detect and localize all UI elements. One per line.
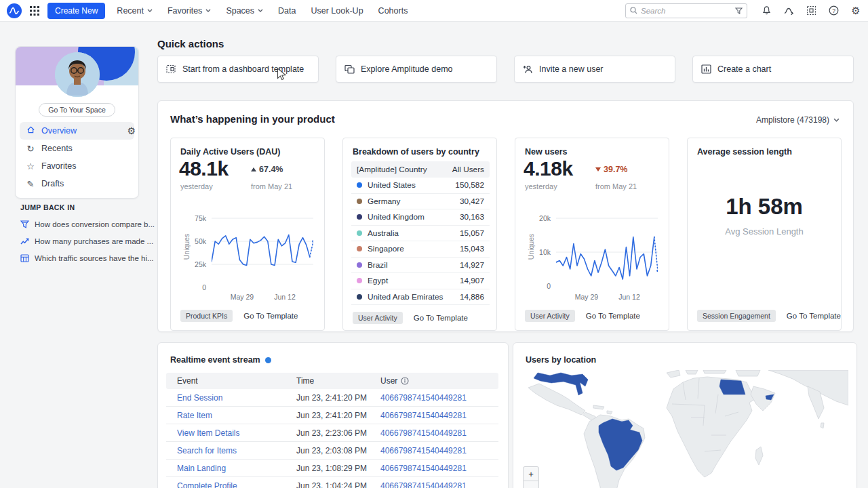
jump-item-traffic-sources[interactable]: Which traffic sources have the hi... xyxy=(20,254,146,262)
dau-category-badge: Product KPIs xyxy=(180,310,233,322)
user-avatar[interactable] xyxy=(55,52,100,97)
sidebar-item-label: Recents xyxy=(41,144,73,153)
country-row[interactable]: United States150,582 xyxy=(351,178,490,194)
new-users-line-chart xyxy=(556,216,658,291)
nav-user-look-up[interactable]: User Look-Up xyxy=(307,6,366,16)
event-time: Jun 23, 1:08:29 PM xyxy=(296,464,380,473)
dau-chart: Uniques 75k 50k 25k 0 May 29 Jun 12 xyxy=(179,207,317,304)
home-icon xyxy=(25,125,36,136)
country-row[interactable]: United Kingdom30,163 xyxy=(351,209,490,226)
world-map[interactable] xyxy=(523,370,848,488)
amplitude-logo-icon[interactable] xyxy=(7,3,22,18)
map-egypt-highlight xyxy=(719,380,745,394)
country-name: Germany xyxy=(368,197,401,206)
map-sri-lanka xyxy=(821,423,824,428)
dau-change-from: from May 21 xyxy=(251,182,292,190)
jump-item-label: How does conversion compare b... xyxy=(35,220,155,228)
map-zoom-in-button[interactable]: + xyxy=(523,466,539,481)
search-box[interactable] xyxy=(625,3,747,18)
series-color-dot xyxy=(357,182,362,188)
new-users-change-value: 39.7% xyxy=(604,165,627,174)
country-row[interactable]: Germany30,427 xyxy=(351,194,490,210)
go-to-your-space-button[interactable]: Go To Your Space xyxy=(39,103,115,117)
event-name-link[interactable]: View Item Details xyxy=(177,428,296,438)
nav-favorites[interactable]: Favorites xyxy=(164,6,214,16)
whats-happening-panel: What’s happening in your product Amplist… xyxy=(157,100,854,332)
session-category-badge: Session Engagement xyxy=(697,310,776,322)
event-name-link[interactable]: Complete Profile xyxy=(177,481,296,488)
sidebar-item-label: Drafts xyxy=(41,179,64,188)
event-user-link[interactable]: 4066798741540449281 xyxy=(380,411,498,420)
quick-action-explore-demo[interactable]: Explore Amplitude demo xyxy=(336,56,497,83)
nav-data-label: Data xyxy=(278,6,296,16)
whats-happening-title: What’s happening in your product xyxy=(170,113,335,125)
event-name-link[interactable]: End Session xyxy=(177,393,296,403)
country-row[interactable]: Singapore15,043 xyxy=(351,241,490,258)
event-user-link[interactable]: 4066798741540449281 xyxy=(380,428,498,438)
overview-settings-gear-icon[interactable]: ⚙ xyxy=(127,125,136,136)
series-color-dot xyxy=(357,199,362,204)
quick-action-dashboard-template[interactable]: Start from a dashboard template xyxy=(157,56,319,83)
quick-action-label: Start from a dashboard template xyxy=(182,64,304,74)
realtime-event-stream-title: Realtime event stream xyxy=(170,355,260,365)
new-users-go-to-template-link[interactable]: Go To Template xyxy=(586,312,640,320)
country-name: Brazil xyxy=(368,260,388,270)
filter-funnel-icon[interactable] xyxy=(735,7,743,14)
country-name: United Kingdom xyxy=(368,212,425,222)
series-color-dot xyxy=(357,262,362,268)
app-grid-icon[interactable] xyxy=(30,6,39,16)
create-new-button[interactable]: Create New xyxy=(47,3,105,19)
jump-item-purchases[interactable]: How many purchases are made ... xyxy=(20,237,146,245)
country-row[interactable]: United Arab Emirates14,886 xyxy=(351,289,490,306)
sidebar-item-drafts[interactable]: ✎ Drafts xyxy=(20,175,134,192)
settings-gear-icon[interactable]: ⚙ xyxy=(850,5,861,16)
jump-item-conversion[interactable]: How does conversion compare b... xyxy=(20,220,146,228)
nav-recent-label: Recent xyxy=(117,6,144,16)
sidebar-item-overview[interactable]: Overview xyxy=(20,122,134,140)
quick-action-invite-user[interactable]: Invite a new user xyxy=(514,56,675,83)
project-selector[interactable]: Amplistore (473198) xyxy=(756,115,840,125)
country-value: 14,907 xyxy=(460,276,484,285)
country-row[interactable]: Australia15,057 xyxy=(351,226,490,242)
event-time: Jun 23, 2:23:06 PM xyxy=(296,428,380,438)
event-name-link[interactable]: Rate Item xyxy=(177,411,296,420)
templates-icon[interactable] xyxy=(806,5,816,16)
session-go-to-template-link[interactable]: Go To Template xyxy=(787,312,841,320)
event-name-link[interactable]: Search for Items xyxy=(177,446,296,455)
series-color-dot xyxy=(357,294,362,300)
event-time: Jun 23, 2:03:08 PM xyxy=(296,446,380,455)
nav-spaces[interactable]: Spaces xyxy=(222,6,267,16)
nav-recent[interactable]: Recent xyxy=(113,6,156,16)
event-user-link[interactable]: 4066798741540449281 xyxy=(380,481,498,488)
countries-go-to-template-link[interactable]: Go To Template xyxy=(414,314,468,322)
country-row[interactable]: Egypt14,907 xyxy=(351,273,490,289)
jump-back-in-title: JUMP BACK IN xyxy=(20,203,146,211)
countries-table-header: [Amplitude] Country All Users xyxy=(351,161,490,178)
dau-go-to-template-link[interactable]: Go To Template xyxy=(243,312,298,320)
event-stream-table: Event Time User End SessionJun 23, 2:41:… xyxy=(166,373,498,488)
event-user-link[interactable]: 4066798741540449281 xyxy=(380,446,498,455)
country-row[interactable]: Brazil14,927 xyxy=(351,258,490,274)
quick-action-create-chart[interactable]: Create a chart xyxy=(692,56,854,83)
dau-line-chart xyxy=(212,216,313,291)
sidebar-item-recents[interactable]: ↻ Recents xyxy=(20,140,134,157)
info-icon[interactable] xyxy=(401,377,409,385)
event-user-link[interactable]: 4066798741540449281 xyxy=(380,393,498,403)
country-column-header: [Amplitude] Country xyxy=(357,165,427,174)
notifications-bell-icon[interactable] xyxy=(761,5,772,16)
country-value: 30,163 xyxy=(460,212,484,222)
dashboard-template-icon xyxy=(166,64,176,74)
help-icon[interactable]: ? xyxy=(828,5,839,16)
map-zoom-out-button[interactable] xyxy=(523,481,539,488)
sidebar-item-favorites[interactable]: ☆ Favorites xyxy=(20,157,134,175)
table-chart-icon xyxy=(20,254,29,262)
country-name: Australia xyxy=(368,228,399,238)
event-name-link[interactable]: Main Landing xyxy=(177,464,296,473)
nav-cohorts[interactable]: Cohorts xyxy=(375,6,412,16)
journeys-path-icon[interactable] xyxy=(783,5,794,16)
search-input[interactable] xyxy=(641,7,732,15)
new-users-period: yesterday xyxy=(525,182,557,190)
country-value: 14,886 xyxy=(460,292,484,302)
event-user-link[interactable]: 4066798741540449281 xyxy=(380,464,498,473)
nav-data[interactable]: Data xyxy=(275,6,299,16)
